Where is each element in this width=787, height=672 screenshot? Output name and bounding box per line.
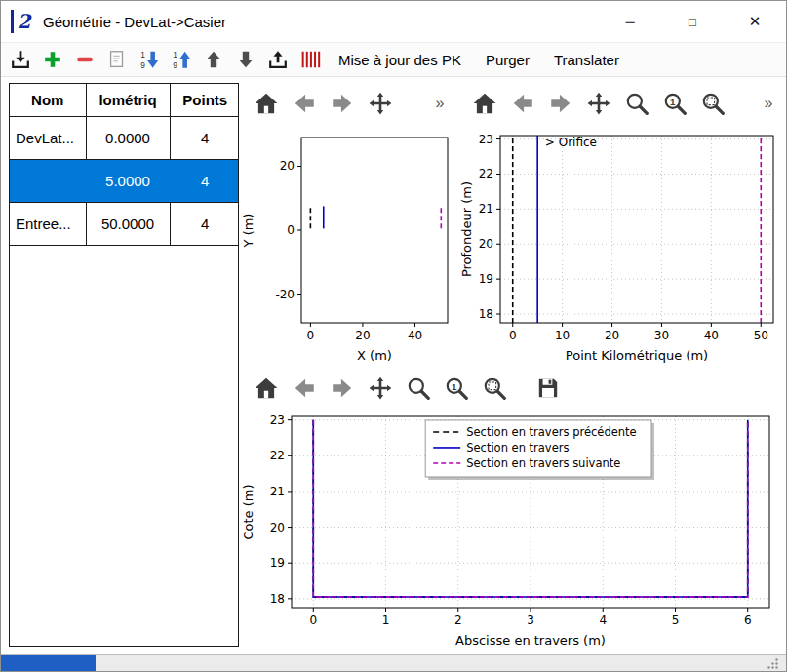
zoom-icon[interactable] [623, 90, 650, 117]
cell-pk[interactable]: 50.0000 [86, 202, 170, 245]
profile-chart[interactable]: 01020304050181920212223Point Kilométriqu… [457, 124, 785, 368]
pan-icon[interactable] [585, 90, 612, 117]
home-icon[interactable] [253, 375, 280, 402]
cell-nom[interactable]: DevLat... [10, 116, 86, 159]
sort-ascending-icon[interactable]: 19 [169, 47, 194, 72]
home-icon[interactable] [253, 90, 280, 117]
section-panel: 1 0123456181920212223Abscisse en travers… [239, 368, 786, 652]
add-row-icon[interactable] [40, 47, 65, 72]
plan-chart[interactable]: 02040-20020X (m)Y (m) [239, 124, 457, 368]
home-icon[interactable] [471, 90, 498, 117]
svg-text:19: 19 [270, 556, 285, 570]
bottom-strip [1, 654, 786, 671]
forward-icon[interactable] [329, 375, 356, 402]
table-row[interactable]: 5.0000 4 [10, 159, 239, 202]
svg-text:5: 5 [672, 613, 680, 627]
export-icon[interactable] [265, 47, 291, 72]
section-chart[interactable]: 0123456181920212223Abscisse en travers (… [239, 409, 783, 652]
svg-text:18: 18 [479, 307, 493, 321]
zoom-select-icon[interactable] [481, 375, 508, 402]
window-title: Géométrie - DevLat->Casier [43, 14, 226, 30]
table-row[interactable]: Entree... 50.0000 4 [10, 202, 239, 245]
svg-text:20: 20 [270, 521, 285, 534]
delete-row-icon[interactable] [72, 47, 98, 72]
resize-grip[interactable] [767, 657, 779, 670]
taskbar-item[interactable] [1, 655, 96, 671]
svg-text:6: 6 [744, 613, 752, 627]
save-icon[interactable] [534, 375, 562, 402]
update-pk-button[interactable]: Mise à jour des PK [330, 49, 470, 71]
svg-text:Section en travers précédente: Section en travers précédente [466, 425, 636, 439]
col-header-points[interactable]: Points [170, 84, 239, 116]
move-down-icon[interactable] [233, 47, 258, 72]
cell-nom[interactable]: Entree... [10, 202, 86, 245]
svg-text:0: 0 [307, 329, 315, 342]
svg-text:1: 1 [382, 613, 390, 627]
svg-text:X (m): X (m) [357, 348, 392, 363]
cell-points[interactable]: 4 [170, 159, 239, 202]
table-row[interactable]: DevLat... 0.0000 4 [10, 116, 239, 159]
main-toolbar: 1919Mise à jour des PKPurgerTranslater [1, 42, 786, 77]
sections-table-panel: Nom lométriq Points DevLat... 0.0000 4 5… [9, 83, 239, 647]
overflow-chevron[interactable]: » [432, 90, 448, 117]
cell-points[interactable]: 4 [170, 202, 239, 245]
svg-text:Cote (m): Cote (m) [241, 484, 256, 539]
plots-top-row: » 02040-20020X (m)Y (m) 1» 0102030405018… [239, 83, 786, 368]
maximize-button[interactable]: □ [661, 1, 724, 42]
back-icon[interactable] [291, 90, 318, 117]
svg-text:2: 2 [454, 613, 462, 627]
move-up-icon[interactable] [201, 47, 226, 72]
content-area: Nom lométriq Points DevLat... 0.0000 4 5… [1, 77, 786, 654]
svg-text:1: 1 [173, 51, 177, 59]
forward-icon[interactable] [329, 90, 356, 117]
forward-icon[interactable] [547, 90, 574, 117]
svg-text:Y (m): Y (m) [241, 214, 256, 249]
svg-text:22: 22 [479, 167, 493, 180]
cell-pk[interactable]: 5.0000 [86, 159, 170, 202]
svg-text:23: 23 [270, 414, 285, 427]
col-header-nom[interactable]: Nom [10, 84, 86, 116]
sort-descending-icon[interactable]: 19 [137, 47, 162, 72]
zoom-one-icon[interactable]: 1 [661, 90, 689, 117]
svg-text:20: 20 [280, 159, 295, 173]
profile-nav-toolbar: 1» [457, 83, 786, 124]
svg-text:20: 20 [605, 329, 619, 342]
svg-text:22: 22 [270, 449, 285, 462]
plan-nav-toolbar: » [239, 83, 457, 124]
svg-text:1: 1 [452, 381, 457, 392]
zoom-one-icon[interactable]: 1 [443, 375, 470, 402]
svg-text:9: 9 [140, 61, 145, 70]
back-icon[interactable] [291, 375, 318, 402]
svg-text:Section en travers: Section en travers [466, 441, 569, 455]
edit-sheet-icon[interactable] [104, 47, 130, 72]
zoom-icon[interactable] [405, 375, 432, 402]
plots-area: » 02040-20020X (m)Y (m) 1» 0102030405018… [239, 83, 786, 654]
table-header-row: Nom lométriq Points [10, 84, 239, 116]
col-header-kilometrique[interactable]: lométriq [86, 84, 170, 116]
svg-text:-20: -20 [275, 288, 295, 301]
cell-pk[interactable]: 0.0000 [86, 116, 170, 159]
pk-stripes-icon[interactable] [297, 47, 323, 72]
svg-text:9: 9 [173, 61, 177, 70]
import-icon[interactable] [8, 47, 33, 72]
pan-icon[interactable] [367, 90, 394, 117]
minimize-button[interactable]: ─ [599, 1, 661, 42]
svg-text:Section en travers suivante: Section en travers suivante [466, 456, 620, 470]
pan-icon[interactable] [367, 375, 394, 402]
section-nav-toolbar: 1 [239, 368, 786, 409]
svg-text:4: 4 [599, 613, 607, 627]
svg-text:> Orifice: > Orifice [545, 136, 597, 149]
cell-points[interactable]: 4 [170, 116, 239, 159]
cell-nom[interactable] [10, 159, 86, 202]
app-icon[interactable]: 2 [11, 10, 34, 33]
back-icon[interactable] [509, 90, 536, 117]
translater-button[interactable]: Translater [545, 49, 628, 71]
zoom-select-icon[interactable] [699, 90, 727, 117]
overflow-chevron[interactable]: » [761, 90, 776, 117]
close-button[interactable]: ✕ [724, 1, 786, 42]
titlebar: 2 Géométrie - DevLat->Casier ─ □ ✕ [1, 1, 786, 42]
svg-text:18: 18 [270, 592, 285, 606]
svg-text:40: 40 [704, 329, 719, 342]
svg-text:Point Kilométrique (m): Point Kilométrique (m) [566, 348, 708, 363]
purger-button[interactable]: Purger [477, 49, 538, 71]
